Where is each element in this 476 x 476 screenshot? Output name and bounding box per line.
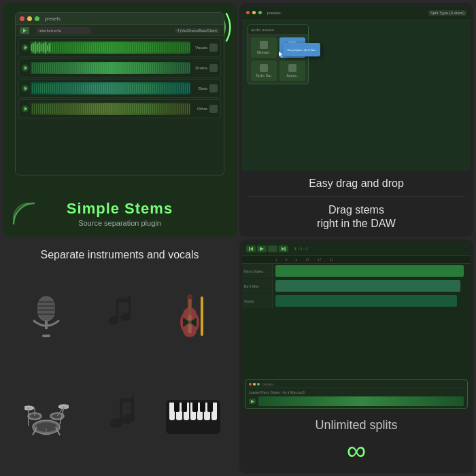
stem-icon-other [209,105,218,113]
play-icon [24,66,27,70]
overlay-controls [249,396,464,406]
close-dot [246,11,250,14]
daw-subtitle-section: Drag stems right in the DAW [239,197,473,237]
stem-label-other: Other [192,107,207,111]
dragging-file-label: Harry Styles - As It Was [287,48,316,52]
track-name: Ba It Was [244,284,259,288]
track-content-bass [273,294,471,308]
timeline-mark-5: 5 [286,258,288,262]
overlay-play-btn[interactable] [249,398,256,404]
stem-play-vocals[interactable] [22,44,29,51]
stem-label-vocals: Vocals [192,46,207,50]
instrument-violin [159,269,227,364]
svg-rect-41 [120,398,134,403]
stem-play-bass[interactable] [22,85,29,92]
plugin-toolbar: retro-funk.m4a 4 (Vox/Drums/Bass/Other) [16,25,224,36]
drag-screenshot: presets Split Type (4-stem) audio assets… [242,5,471,171]
overlay-dots [249,383,260,386]
split-type-tag: 4 (Vox/Drums/Bass/Other) [175,28,220,33]
waveform-display [258,396,464,406]
overlay-waveform [258,396,464,406]
daw-top-bar: presets Split Type (4-stem) [242,5,471,20]
svg-marker-46 [260,247,264,251]
app-title-simple: Simple [67,200,124,217]
asset-label: Kanye.. [287,73,299,78]
position-display: 1 : 1 : 1 [294,247,308,251]
music-note-large-icon [96,393,143,441]
loaded-text: Loaded Harry Styles - As It Was.mp3 [249,390,305,394]
svg-rect-1 [38,296,54,321]
track-name: Vocals [244,299,254,303]
min-dot [253,383,256,386]
cell-drag: presets Split Type (4-stem) audio assets… [239,3,473,237]
daw-subtitle: Drag stems [249,204,464,216]
svg-marker-49 [251,400,254,403]
app-title-stems: Stems [124,200,173,217]
transport-controls [246,245,288,252]
stop-btn[interactable] [268,245,277,252]
asset-item: Michael.. [251,37,277,58]
plugin-window: presets retro-funk.m4a 4 (Vox/Drums/Bass… [15,12,224,175]
daw-main-screenshot: 1 : 1 : 1 1 5 9 13 17 21 Harry Styles.. [242,242,471,411]
svg-point-18 [187,294,192,300]
file-name-text: retro-funk.m4a [39,29,61,33]
asset-file-icon [260,41,268,49]
bar [37,44,38,52]
infinity-symbol: ∞ [347,437,367,464]
daw-timeline: 1 5 9 13 17 21 [242,256,471,264]
svg-point-29 [24,406,34,410]
track-label-vocals: Harry Styles.. [242,264,273,278]
plugin-titlebar: presets [16,13,224,25]
waveform-vocals [31,41,190,54]
drag-text-section: Easy drag and drop [239,171,473,197]
minimize-dot [252,11,256,14]
black-keys [169,403,218,412]
stem-row: Vocals [18,38,221,57]
assets-grid: Michael.. Harry Sty.. Taylor Sw.. K [248,35,308,84]
stem-icon-bass [209,84,218,92]
bar [47,45,48,51]
waveform-drums [31,62,190,74]
stem-play-other[interactable] [22,105,29,112]
bar [33,43,34,52]
cell-unlimited: 1 : 1 : 1 1 5 9 13 17 21 Harry Styles.. [239,239,473,473]
instrument-piano [159,369,227,464]
track-content-drums [273,279,471,293]
stem-row: Bass [18,79,221,98]
file-name-tag: retro-funk.m4a [36,27,90,34]
instrument-microphone [12,269,80,364]
ff-btn[interactable] [279,245,288,252]
asset-item: Kanye.. [279,61,305,81]
play-icon [24,107,27,111]
main-grid: presets retro-funk.m4a 4 (Vox/Drums/Bass… [0,0,476,476]
timeline-mark-17: 17 [318,258,322,262]
timeline-mark-21: 21 [329,258,333,262]
stem-label-drums: Drums [192,66,207,70]
split-type-text: 4 (Vox/Drums/Bass/Other) [177,29,217,33]
instrument-music-note-large [86,369,154,464]
cell-main: presets retro-funk.m4a 4 (Vox/Drums/Bass… [3,3,237,237]
svg-rect-10 [116,299,131,302]
asset-label: Taylor Sw.. [256,73,272,78]
daw-split-type: Split Type (4-stem) [428,10,466,16]
minimize-dot [27,16,32,21]
asset-file-icon [260,64,268,72]
asset-item: Taylor Sw.. [251,61,277,81]
plugin-overlay: presets Loaded Harry Styles - As It Was.… [245,379,468,409]
daw-screen-inner: presets Split Type (4-stem) audio assets… [242,5,471,171]
close-dot [20,16,24,21]
daw-window-title: presets [267,11,281,15]
maximize-dot [35,16,39,21]
daw-track-drums: Ba It Was [242,279,471,294]
waveform-other [31,103,190,115]
play-button[interactable] [20,27,29,34]
bar [43,43,44,52]
instruments-grid [12,269,227,464]
rewind-btn[interactable] [246,245,256,252]
bar [39,42,40,53]
play-btn[interactable] [257,245,267,252]
asset-file-icon [288,64,296,72]
stem-icon-drums [209,64,218,72]
stem-row: Drums [18,58,221,78]
stem-play-drums[interactable] [22,65,29,71]
